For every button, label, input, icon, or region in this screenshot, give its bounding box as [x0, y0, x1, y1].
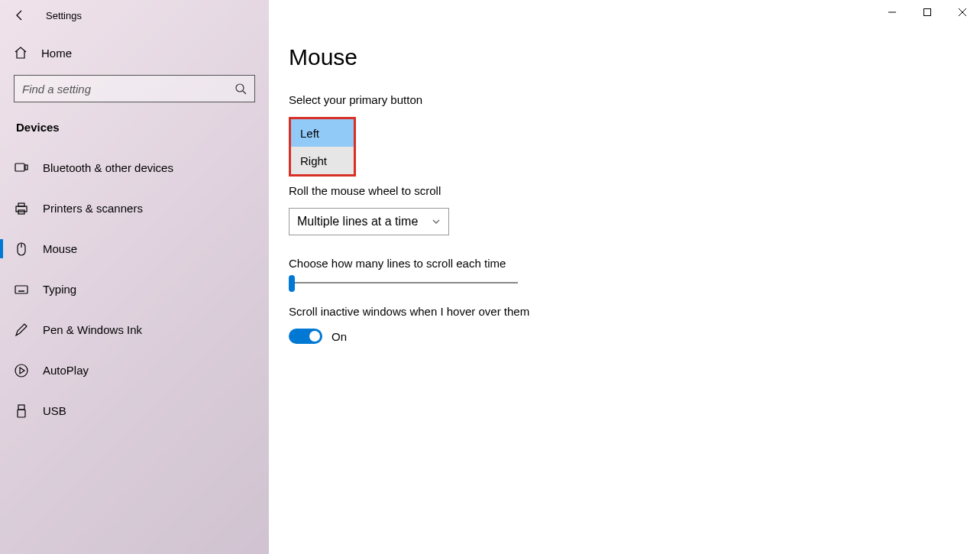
- inactive-scroll-label: Scroll inactive windows when I hover ove…: [289, 305, 980, 318]
- titlebar: Settings: [0, 0, 269, 31]
- minimize-button[interactable]: [875, 0, 910, 24]
- nav-label: Printers & scanners: [43, 202, 143, 215]
- svg-rect-17: [18, 410, 25, 417]
- primary-button-label: Select your primary button: [289, 93, 980, 106]
- dropdown-option-right[interactable]: Right: [291, 147, 354, 174]
- nav-mouse[interactable]: Mouse: [0, 228, 269, 269]
- slider-thumb[interactable]: [289, 275, 295, 292]
- nav-usb[interactable]: USB: [0, 390, 269, 431]
- dropdown-option-left[interactable]: Left: [291, 119, 354, 147]
- inactive-scroll-setting: Scroll inactive windows when I hover ove…: [289, 305, 980, 344]
- home-label: Home: [41, 47, 72, 60]
- svg-rect-3: [25, 165, 27, 170]
- nav-label: Mouse: [43, 242, 77, 255]
- back-icon[interactable]: [14, 9, 26, 21]
- primary-button-setting: Select your primary button Left Right: [289, 93, 980, 177]
- svg-rect-5: [18, 203, 24, 206]
- svg-line-1: [243, 91, 246, 94]
- lines-slider-label: Choose how many lines to scroll each tim…: [289, 257, 980, 270]
- svg-rect-19: [924, 9, 931, 16]
- keyboard-icon: [14, 282, 29, 297]
- search-input[interactable]: [14, 75, 255, 102]
- svg-point-0: [236, 84, 244, 92]
- scroll-wheel-label: Roll the mouse wheel to scroll: [289, 184, 980, 197]
- home-icon: [14, 46, 27, 60]
- main-content: Mouse Select your primary button Left Ri…: [269, 0, 980, 554]
- search-icon: [234, 83, 247, 95]
- sidebar: Settings Home Devices Bluetooth & other …: [0, 0, 269, 554]
- nav-label: USB: [43, 404, 66, 417]
- usb-icon: [14, 403, 29, 419]
- nav-typing[interactable]: Typing: [0, 269, 269, 309]
- nav-pen[interactable]: Pen & Windows Ink: [0, 309, 269, 350]
- inactive-scroll-state: On: [332, 330, 347, 343]
- primary-button-dropdown[interactable]: Left Right: [289, 117, 356, 177]
- lines-slider[interactable]: [289, 282, 518, 283]
- nav-label: AutoPlay: [43, 364, 89, 377]
- svg-rect-2: [15, 164, 24, 171]
- inactive-scroll-toggle[interactable]: [289, 329, 322, 344]
- nav-printers[interactable]: Printers & scanners: [0, 188, 269, 228]
- nav-autoplay[interactable]: AutoPlay: [0, 350, 269, 390]
- window-controls: [875, 0, 980, 24]
- svg-rect-16: [18, 405, 24, 410]
- maximize-button[interactable]: [910, 0, 945, 24]
- devices-icon: [14, 160, 29, 176]
- nav-label: Typing: [43, 283, 76, 296]
- scroll-wheel-value: Multiple lines at a time: [297, 215, 418, 228]
- close-button[interactable]: [945, 0, 980, 24]
- scroll-wheel-dropdown[interactable]: Multiple lines at a time: [289, 208, 449, 235]
- mouse-icon: [14, 241, 29, 257]
- autoplay-icon: [14, 363, 29, 378]
- pen-icon: [14, 322, 29, 338]
- lines-slider-setting: Choose how many lines to scroll each tim…: [289, 257, 980, 283]
- scroll-wheel-setting: Roll the mouse wheel to scroll Multiple …: [289, 184, 980, 235]
- svg-rect-9: [15, 286, 27, 293]
- nav-label: Bluetooth & other devices: [43, 161, 173, 174]
- category-label: Devices: [0, 121, 269, 147]
- page-title: Mouse: [289, 44, 980, 70]
- printer-icon: [14, 201, 29, 216]
- nav-bluetooth[interactable]: Bluetooth & other devices: [0, 147, 269, 188]
- nav-label: Pen & Windows Ink: [43, 323, 142, 336]
- app-title: Settings: [46, 10, 82, 21]
- chevron-down-icon: [432, 217, 441, 226]
- svg-point-15: [15, 364, 27, 377]
- search-field[interactable]: [22, 83, 213, 96]
- nav-list: Bluetooth & other devices Printers & sca…: [0, 147, 269, 431]
- home-button[interactable]: Home: [0, 31, 269, 75]
- svg-rect-4: [16, 206, 27, 212]
